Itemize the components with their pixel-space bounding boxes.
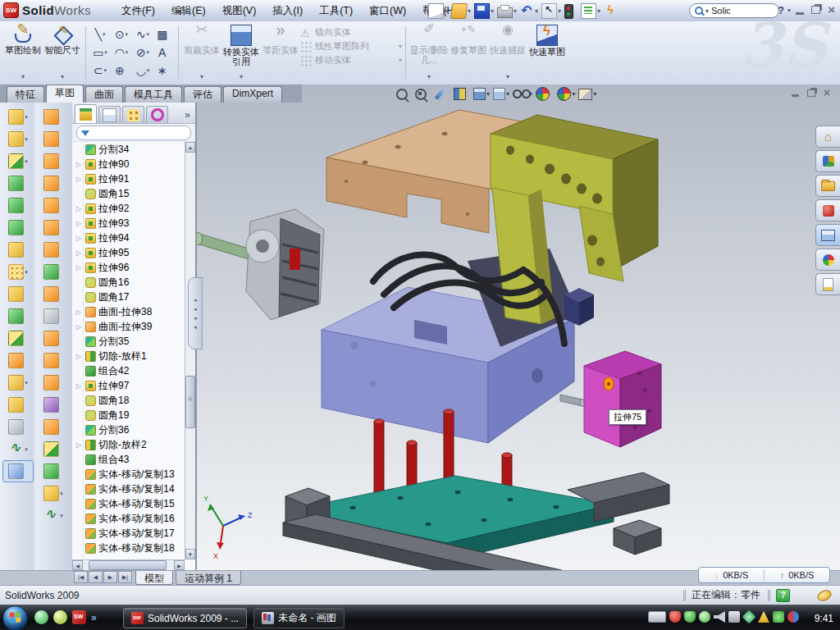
toolbar-icon[interactable]: ▾ bbox=[38, 305, 69, 327]
feature-tree-item[interactable]: ▷ 拉伸96 bbox=[72, 260, 185, 275]
feature-tree-item[interactable]: ▷ 拉伸93 bbox=[72, 216, 185, 231]
dropdown-caret-icon[interactable]: ▾ bbox=[61, 72, 64, 82]
toolbar-icon[interactable]: ▾ bbox=[38, 438, 69, 460]
ribbon-button[interactable]: 转换实体引用 ▾ bbox=[221, 23, 261, 82]
feature-tree-item[interactable]: ▷ 实体-移动/复制14 bbox=[72, 482, 185, 496]
menu-item[interactable]: 文件(F) bbox=[113, 2, 163, 21]
dropdown-caret-icon[interactable]: ▾ bbox=[486, 90, 490, 98]
dropdown-caret-icon[interactable]: ▾ bbox=[427, 72, 431, 82]
feature-tree-item[interactable]: ▷ 实体-移动/复制16 bbox=[72, 511, 185, 526]
tray-icon[interactable] bbox=[714, 611, 725, 623]
dropdown-caret-icon[interactable]: ▾ bbox=[147, 49, 150, 56]
tray-icon[interactable] bbox=[699, 611, 710, 623]
expander-icon[interactable]: ▷ bbox=[76, 382, 83, 390]
scroll-up-icon[interactable]: ▲ bbox=[185, 142, 195, 153]
ribbon-big-button[interactable]: 草图绘制 ▾ bbox=[3, 23, 43, 82]
toolbar-button[interactable]: ▾ bbox=[564, 4, 578, 19]
dropdown-caret-icon[interactable]: ▾ bbox=[200, 72, 203, 82]
sketch-entity-button[interactable]: ▩▾ bbox=[153, 25, 175, 43]
toolbar-icon[interactable]: ▾ bbox=[2, 261, 34, 283]
toolbar-icon[interactable]: ▾ bbox=[2, 239, 34, 261]
tray-icon[interactable] bbox=[742, 610, 756, 624]
dropdown-caret-icon[interactable]: ▾ bbox=[506, 72, 509, 82]
toolbar-icon[interactable]: ▾ bbox=[38, 194, 69, 217]
commandmanager-tab[interactable]: DimXpert bbox=[223, 86, 282, 103]
quick-launch-chevron-icon[interactable]: » bbox=[91, 612, 97, 623]
ribbon-row-button[interactable]: 移动实体 ▾ bbox=[300, 54, 402, 66]
toolbar-icon[interactable]: ▾ bbox=[38, 261, 69, 283]
expander-icon[interactable]: ▷ bbox=[76, 161, 83, 168]
ribbon-row-button[interactable]: 线性草图阵列 ▾ bbox=[300, 40, 402, 52]
dropdown-caret-icon[interactable]: ▾ bbox=[126, 49, 129, 56]
dropdown-caret-icon[interactable]: ▾ bbox=[60, 513, 63, 519]
sketch-entity-button[interactable]: ∿▾ bbox=[132, 25, 153, 43]
menu-item[interactable]: 编辑(E) bbox=[163, 2, 214, 21]
view-tool-button[interactable]: ▾ bbox=[454, 88, 470, 100]
feature-tree-item[interactable]: ▷ 曲面-拉伸38 bbox=[72, 304, 185, 319]
document-tab[interactable]: 运动算例 1 bbox=[176, 571, 241, 585]
taskbar-task-button[interactable]: 未命名 - 画图 bbox=[253, 608, 345, 628]
dropdown-caret-icon[interactable]: ▾ bbox=[445, 7, 448, 15]
toolbar-icon[interactable]: ▾ bbox=[38, 283, 69, 305]
dropdown-caret-icon[interactable]: ▾ bbox=[25, 136, 28, 143]
doc-restore-button[interactable] bbox=[807, 89, 815, 97]
toolbar-icon[interactable]: ▾ bbox=[38, 239, 69, 261]
view-tool-button[interactable]: ▾ bbox=[578, 89, 596, 100]
task-pane-tab[interactable] bbox=[815, 224, 840, 246]
feature-tree-item[interactable]: ▷ 拉伸97 bbox=[72, 378, 185, 393]
expander-icon[interactable]: ▷ bbox=[76, 323, 83, 331]
tree-vertical-scrollbar[interactable]: ▲ ▼ bbox=[185, 142, 195, 559]
toolbar-icon[interactable]: ▾ bbox=[2, 217, 34, 239]
feature-manager-tab[interactable] bbox=[122, 106, 144, 123]
tray-icon[interactable] bbox=[758, 611, 769, 623]
feature-tree-item[interactable]: ▷ 拉伸91 bbox=[72, 171, 185, 186]
toolbar-icon[interactable]: ▾ bbox=[38, 504, 69, 527]
feature-tree-item[interactable]: ▷ 分割35 bbox=[72, 334, 185, 349]
panel-splitter-handle[interactable]: ◂ ◂ ◂ ◂ bbox=[188, 277, 203, 349]
toolbar-icon[interactable]: ▾ bbox=[2, 150, 34, 172]
ribbon-button[interactable]: 剪裁实体 ▾ bbox=[182, 23, 221, 82]
dropdown-caret-icon[interactable]: ▾ bbox=[25, 446, 28, 453]
toolbar-icon[interactable]: ▾ bbox=[2, 394, 34, 416]
dropdown-caret-icon[interactable]: ▾ bbox=[21, 72, 25, 82]
toolbar-icon[interactable]: ▾ bbox=[38, 150, 69, 172]
dropdown-caret-icon[interactable]: ▾ bbox=[514, 7, 517, 15]
expander-icon[interactable]: ▷ bbox=[76, 441, 83, 449]
quick-launch-icon[interactable] bbox=[34, 610, 48, 624]
dropdown-caret-icon[interactable]: ▾ bbox=[399, 43, 402, 50]
ribbon-button[interactable]: 显示/删除几... ▾ bbox=[409, 23, 449, 82]
task-pane-tab[interactable] bbox=[815, 126, 840, 148]
toolbar-icon[interactable]: ▾ bbox=[38, 327, 69, 349]
view-tool-button[interactable]: ▾ bbox=[557, 87, 575, 101]
toolbar-icon[interactable]: ▾ bbox=[2, 349, 34, 372]
commandmanager-tab[interactable]: 评估 bbox=[184, 86, 221, 103]
fitting-block-part[interactable] bbox=[564, 288, 594, 326]
toolbar-icon[interactable]: ▾ bbox=[38, 372, 69, 394]
view-tool-button[interactable]: ▾ bbox=[536, 87, 554, 101]
view-tool-button[interactable]: ▾ bbox=[396, 89, 412, 100]
quick-launch-icon[interactable] bbox=[53, 610, 67, 624]
toolbar-icon[interactable]: ▾ bbox=[2, 372, 34, 394]
tab-nav-button[interactable]: ◀ bbox=[89, 571, 103, 583]
ribbon-button[interactable]: 快速草图 ▾ bbox=[527, 23, 567, 82]
minimize-button[interactable] bbox=[796, 12, 804, 15]
help-button[interactable]: ? bbox=[778, 4, 784, 16]
toolbar-icon[interactable]: ▾ bbox=[2, 172, 34, 194]
menu-item[interactable]: 窗口(W) bbox=[361, 2, 414, 21]
toolbar-icon[interactable]: ▾ bbox=[38, 394, 69, 416]
menu-item[interactable]: 工具(T) bbox=[311, 2, 361, 21]
toolbar-icon[interactable]: ▾ bbox=[2, 194, 34, 217]
dropdown-caret-icon[interactable]: ▾ bbox=[240, 72, 243, 82]
expander-icon[interactable]: ▷ bbox=[76, 308, 83, 316]
view-tool-button[interactable]: ▾ bbox=[513, 89, 532, 98]
commandmanager-tab[interactable]: 特征 bbox=[7, 86, 44, 103]
task-pane-tab[interactable] bbox=[815, 273, 840, 295]
toolbar-button[interactable]: ▾ bbox=[474, 3, 494, 19]
feature-tree-item[interactable]: ▷ 拉伸92 bbox=[72, 201, 185, 216]
toolbar-button[interactable]: ▾ bbox=[497, 4, 517, 18]
toolbar-icon[interactable]: ▾ bbox=[2, 327, 34, 349]
toolbar-icon[interactable]: ▾ bbox=[2, 438, 34, 460]
feature-tree-item[interactable]: ▷ 圆角16 bbox=[72, 275, 185, 290]
tree-filter-input[interactable] bbox=[76, 126, 191, 140]
sketch-entity-button[interactable]: A▾ bbox=[153, 43, 175, 62]
